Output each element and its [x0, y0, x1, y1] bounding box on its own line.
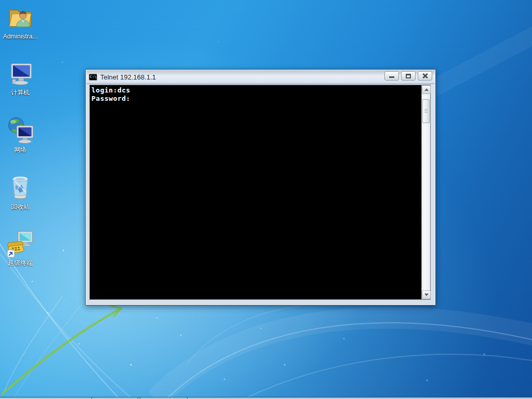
caption-buttons	[384, 71, 432, 81]
vertical-scrollbar[interactable]	[421, 85, 430, 299]
minimize-button[interactable]	[384, 71, 399, 81]
desktop-icon-hyperterminal[interactable]: 超级终端	[1, 230, 39, 269]
icon-label-recycle-bin: 回收站	[11, 203, 30, 210]
scroll-up-icon	[424, 88, 429, 91]
scroll-down-button[interactable]	[422, 290, 431, 299]
icon-label-computer: 计算机	[11, 89, 30, 96]
icon-label-administrator: Administra...	[3, 33, 38, 40]
minimize-icon	[389, 76, 394, 78]
console-line: login:dcs	[91, 86, 420, 95]
desktop-icon-network[interactable]: 网络	[1, 116, 39, 155]
scroll-up-button[interactable]	[422, 85, 431, 94]
administrator-folder-icon	[7, 5, 33, 31]
computer-icon	[7, 60, 34, 87]
icon-label-hyperterminal: 超级终端	[8, 259, 33, 267]
console-client-area: login:dcs Password:	[89, 85, 431, 300]
close-icon	[422, 73, 428, 78]
icon-label-network: 网络	[14, 146, 26, 153]
desktop-icon-recycle-bin[interactable]: 回收站	[1, 172, 39, 212]
console-output[interactable]: login:dcs Password:	[90, 85, 421, 299]
console-line: Password:	[91, 95, 420, 103]
recycle-bin-icon	[7, 172, 34, 202]
network-icon	[6, 116, 34, 144]
window-title: Telnet 192.168.1.1	[100, 73, 384, 81]
maximize-icon	[406, 74, 411, 78]
taskbar-edge[interactable]	[0, 397, 532, 399]
window-titlebar[interactable]: C:\ Telnet 192.168.1.1	[86, 70, 435, 84]
console-window-icon: C:\	[89, 74, 97, 81]
desktop-icon-computer[interactable]: 计算机	[1, 60, 39, 98]
close-button[interactable]	[418, 71, 432, 81]
maximize-button[interactable]	[401, 71, 416, 81]
hyperterminal-icon	[6, 230, 34, 258]
scroll-down-icon	[424, 294, 429, 296]
desktop-icon-administrator[interactable]: Administra...	[1, 5, 39, 42]
scrollbar-thumb[interactable]	[422, 99, 430, 123]
telnet-window: C:\ Telnet 192.168.1.1 login:dcs Passwor…	[85, 69, 436, 305]
